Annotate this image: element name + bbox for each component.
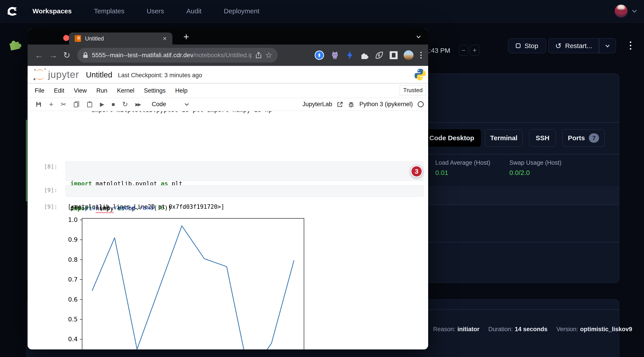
notebook-title[interactable]: Untitled	[86, 70, 112, 79]
svg-text:0.8: 0.8	[68, 256, 78, 263]
build-version: Version:optimistic_liskov9	[556, 326, 632, 333]
cell9-prompt: [9]:	[28, 187, 58, 194]
zoom-out-button[interactable]: −	[459, 45, 468, 56]
menu-settings[interactable]: Settings	[144, 87, 166, 94]
browser-toolbar: ← → ↻ 5555--main--test--matifali.atif.cd…	[28, 44, 428, 66]
menu-kernel[interactable]: Kernel	[117, 87, 134, 94]
build-info-row: Reason:initiator Duration:14 seconds Ver…	[433, 326, 632, 333]
address-bar[interactable]: 5555--main--test--matifali.atif.cdr.dev/…	[77, 48, 278, 62]
browser-window: Untitled × + ← → ↻ 5555--main--test--mat…	[28, 28, 428, 350]
extensions-area	[315, 44, 422, 66]
nav-item-templates[interactable]: Templates	[94, 7, 124, 15]
ssh-button[interactable]: SSH	[529, 129, 556, 147]
build-reason: Reason:initiator	[433, 326, 480, 333]
restart-run-all-button[interactable]: ▶▶	[135, 102, 140, 107]
terminal-button[interactable]: Terminal	[485, 129, 523, 147]
matplotlib-figure: 0.20.30.40.50.60.70.80.91.002468	[59, 213, 321, 350]
load-average-stat: Load Average (Host) 0.01	[435, 159, 490, 176]
copy-cell-button[interactable]	[74, 101, 80, 108]
ext-1password-icon[interactable]	[315, 50, 324, 60]
workspace-more-options-button[interactable]	[629, 40, 632, 50]
lock-icon	[82, 52, 88, 58]
bookmark-star-icon[interactable]: ☆	[265, 50, 272, 60]
nav-item-workspaces[interactable]: Workspaces	[32, 7, 72, 15]
user-avatar[interactable]	[615, 5, 628, 18]
jupyter-wordmark: jupyter	[48, 69, 79, 80]
jupyter-page: jupyter Untitled Last Checkpoint: 3 minu…	[28, 66, 428, 350]
restart-workspace-button[interactable]: ↺ Restart...	[548, 38, 616, 53]
build-duration: Duration:14 seconds	[488, 326, 548, 333]
run-cell-button[interactable]: ▶	[100, 101, 104, 108]
kernel-name[interactable]: Python 3 (ipykernel)	[360, 101, 413, 108]
menu-file[interactable]: File	[35, 87, 44, 94]
back-button[interactable]: ←	[35, 44, 43, 66]
jupyter-header: jupyter Untitled Last Checkpoint: 3 minu…	[28, 66, 428, 84]
extension-count-badge[interactable]: 3	[410, 165, 423, 178]
checkpoint-text: Last Checkpoint: 3 minutes ago	[118, 72, 202, 79]
nav-item-audit[interactable]: Audit	[186, 7, 202, 15]
restart-options-chevron[interactable]	[599, 43, 616, 49]
chrome-profile-avatar[interactable]	[404, 50, 414, 60]
clipped-previous-cell: import matplotlib.pyplot as plt import n…	[91, 111, 358, 115]
add-cell-button[interactable]: +	[49, 100, 54, 108]
forward-button[interactable]: →	[49, 44, 58, 66]
code-cell-9[interactable]: plt.plot(np.random.rand(10))	[66, 185, 424, 197]
svg-text:0.9: 0.9	[68, 236, 78, 243]
svg-text:0.4: 0.4	[68, 336, 78, 342]
cell8-prompt: [8]:	[28, 163, 58, 170]
top-nav: Workspaces Templates Users Audit Deploym…	[0, 0, 644, 22]
menu-run[interactable]: Run	[96, 87, 108, 94]
python-logo-icon	[414, 68, 426, 81]
ports-button[interactable]: Ports 7	[562, 129, 604, 147]
svg-text:0.7: 0.7	[68, 276, 78, 283]
new-tab-button[interactable]: +	[183, 31, 189, 42]
reload-button[interactable]: ↻	[63, 44, 70, 66]
browser-tab[interactable]: Untitled ×	[69, 32, 172, 44]
ext-lightning-bolt-icon[interactable]	[346, 50, 354, 60]
paste-cell-button[interactable]	[87, 101, 92, 108]
extensions-puzzle-icon[interactable]	[360, 51, 369, 60]
menu-help[interactable]: Help	[175, 87, 188, 94]
svg-text:0.6: 0.6	[68, 296, 78, 303]
trusted-badge[interactable]: Trusted	[400, 85, 426, 95]
user-menu-chevron-icon[interactable]	[632, 8, 637, 14]
restart-label: Restart...	[565, 42, 592, 50]
chrome-menu-button[interactable]	[420, 51, 422, 60]
code-cell-8[interactable]: import matplotlib.pyplot as plt import n…	[66, 162, 424, 181]
svg-text:1.0: 1.0	[68, 216, 78, 223]
notebook-scroll-area[interactable]: import matplotlib.pyplot as plt import n…	[28, 111, 428, 350]
nav-user-menu[interactable]	[615, 5, 637, 18]
output9-text: [<matplotlib.lines.Line2D at 0x7fd03f191…	[68, 204, 224, 210]
agent-status-bar	[26, 120, 27, 202]
tab-search-chevron-icon[interactable]	[416, 34, 422, 40]
menu-edit[interactable]: Edit	[54, 87, 64, 94]
external-link-icon[interactable]	[337, 102, 343, 107]
interrupt-kernel-button[interactable]: ■	[112, 101, 115, 108]
svg-text:0.5: 0.5	[68, 316, 78, 323]
swap-usage-stat: Swap Usage (Host) 0.0/2.0	[509, 159, 562, 176]
menu-view[interactable]: View	[74, 87, 87, 94]
ext-side-panel-icon[interactable]	[390, 51, 398, 59]
coder-logo-icon[interactable]	[6, 5, 18, 17]
kernel-status-indicator	[418, 101, 424, 107]
workspace-app-icon	[6, 35, 23, 52]
jupyter-logo-icon[interactable]	[32, 67, 47, 82]
restart-kernel-button[interactable]: ↻	[122, 100, 128, 108]
zoom-in-button[interactable]: +	[470, 45, 479, 56]
cell-type-select[interactable]: Code	[152, 101, 166, 108]
cut-cell-button[interactable]: ✂	[61, 100, 66, 108]
ext-energy-leaf-icon[interactable]	[375, 51, 384, 60]
ext-github-octocat-icon[interactable]	[330, 50, 340, 60]
url-text: 5555--main--test--matifali.atif.cdr.dev/…	[92, 52, 252, 59]
nav-item-users[interactable]: Users	[147, 7, 164, 15]
tab-close-button[interactable]: ×	[163, 35, 167, 42]
jupyter-menubar: File Edit View Run Kernel Settings Help	[28, 84, 428, 98]
open-jupyterlab-link[interactable]: JupyterLab	[302, 101, 332, 108]
nav-item-deployment[interactable]: Deployment	[224, 7, 260, 15]
save-button[interactable]	[36, 101, 42, 107]
cell-type-chevron-icon[interactable]	[184, 102, 190, 107]
stop-workspace-button[interactable]: Stop	[508, 38, 546, 53]
debugger-bug-icon[interactable]	[348, 101, 354, 108]
window-close-button[interactable]	[63, 35, 69, 41]
share-icon[interactable]	[256, 52, 262, 58]
